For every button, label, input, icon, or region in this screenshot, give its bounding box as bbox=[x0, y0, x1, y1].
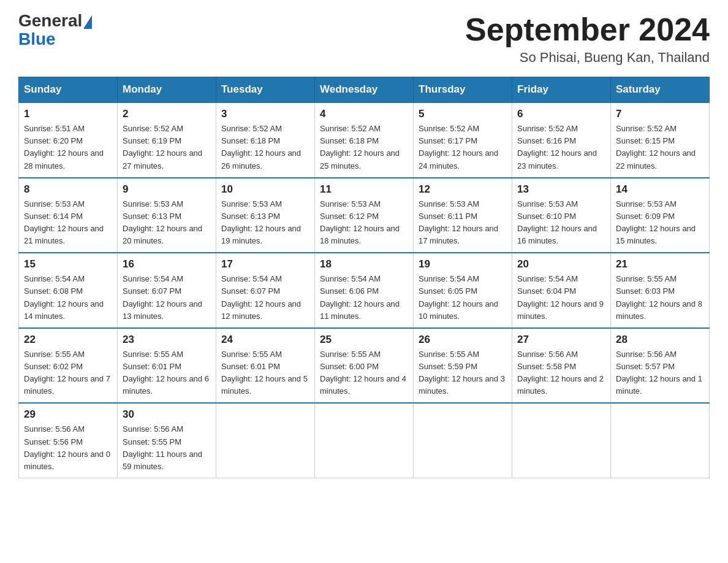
calendar-cell: 16 Sunrise: 5:54 AMSunset: 6:07 PMDaylig… bbox=[118, 253, 216, 328]
day-number: 5 bbox=[419, 108, 507, 120]
calendar-cell: 27 Sunrise: 5:56 AMSunset: 5:58 PMDaylig… bbox=[512, 328, 611, 404]
calendar-subtitle: So Phisai, Bueng Kan, Thailand bbox=[465, 50, 710, 66]
day-info: Sunrise: 5:55 AMSunset: 5:59 PMDaylight:… bbox=[419, 348, 507, 398]
day-number: 18 bbox=[320, 258, 408, 270]
calendar-cell bbox=[512, 403, 611, 478]
calendar-week-3: 15 Sunrise: 5:54 AMSunset: 6:08 PMDaylig… bbox=[19, 253, 710, 328]
calendar-week-1: 1 Sunrise: 5:51 AMSunset: 6:20 PMDayligh… bbox=[19, 102, 710, 178]
day-number: 17 bbox=[221, 258, 309, 270]
calendar-table: SundayMondayTuesdayWednesdayThursdayFrid… bbox=[18, 77, 710, 478]
header-sunday: Sunday bbox=[19, 77, 118, 103]
day-number: 29 bbox=[24, 408, 112, 421]
day-number: 25 bbox=[320, 334, 408, 346]
day-number: 7 bbox=[616, 108, 704, 120]
day-number: 11 bbox=[320, 183, 408, 196]
day-info: Sunrise: 5:52 AMSunset: 6:17 PMDaylight:… bbox=[419, 123, 507, 172]
calendar-cell bbox=[216, 403, 315, 478]
day-number: 2 bbox=[123, 108, 211, 120]
day-number: 20 bbox=[517, 258, 605, 270]
day-number: 14 bbox=[616, 183, 704, 196]
calendar-title: September 2024 bbox=[465, 12, 710, 47]
calendar-cell bbox=[315, 403, 414, 478]
calendar-cell: 14 Sunrise: 5:53 AMSunset: 6:09 PMDaylig… bbox=[611, 178, 710, 253]
day-info: Sunrise: 5:53 AMSunset: 6:13 PMDaylight:… bbox=[123, 198, 211, 248]
calendar-cell: 12 Sunrise: 5:53 AMSunset: 6:11 PMDaylig… bbox=[414, 178, 512, 253]
day-info: Sunrise: 5:54 AMSunset: 6:05 PMDaylight:… bbox=[419, 273, 507, 323]
day-number: 4 bbox=[320, 108, 408, 120]
calendar-cell: 11 Sunrise: 5:53 AMSunset: 6:12 PMDaylig… bbox=[315, 178, 414, 253]
header-tuesday: Tuesday bbox=[216, 77, 315, 103]
day-number: 21 bbox=[616, 258, 704, 270]
calendar-cell bbox=[414, 403, 512, 478]
calendar-week-4: 22 Sunrise: 5:55 AMSunset: 6:02 PMDaylig… bbox=[19, 328, 710, 404]
day-info: Sunrise: 5:56 AMSunset: 5:56 PMDaylight:… bbox=[24, 423, 112, 473]
calendar-cell: 8 Sunrise: 5:53 AMSunset: 6:14 PMDayligh… bbox=[19, 178, 118, 253]
day-info: Sunrise: 5:52 AMSunset: 6:18 PMDaylight:… bbox=[221, 123, 309, 172]
day-info: Sunrise: 5:53 AMSunset: 6:13 PMDaylight:… bbox=[221, 198, 309, 248]
logo: General Blue bbox=[18, 12, 93, 49]
calendar-cell: 15 Sunrise: 5:54 AMSunset: 6:08 PMDaylig… bbox=[19, 253, 118, 328]
calendar-week-2: 8 Sunrise: 5:53 AMSunset: 6:14 PMDayligh… bbox=[19, 178, 710, 253]
day-info: Sunrise: 5:53 AMSunset: 6:10 PMDaylight:… bbox=[517, 198, 605, 248]
day-info: Sunrise: 5:52 AMSunset: 6:15 PMDaylight:… bbox=[616, 123, 704, 172]
calendar-cell: 10 Sunrise: 5:53 AMSunset: 6:13 PMDaylig… bbox=[216, 178, 315, 253]
day-number: 8 bbox=[24, 183, 112, 196]
day-number: 10 bbox=[221, 183, 309, 196]
day-number: 24 bbox=[221, 334, 309, 346]
calendar-cell: 5 Sunrise: 5:52 AMSunset: 6:17 PMDayligh… bbox=[414, 102, 512, 178]
calendar-cell: 1 Sunrise: 5:51 AMSunset: 6:20 PMDayligh… bbox=[19, 102, 118, 178]
logo-triangle-icon bbox=[83, 15, 92, 29]
day-info: Sunrise: 5:53 AMSunset: 6:14 PMDaylight:… bbox=[24, 198, 112, 248]
day-info: Sunrise: 5:53 AMSunset: 6:09 PMDaylight:… bbox=[616, 198, 704, 248]
logo-general-text: General bbox=[18, 12, 82, 29]
day-number: 23 bbox=[123, 334, 211, 346]
day-info: Sunrise: 5:55 AMSunset: 6:03 PMDaylight:… bbox=[616, 273, 704, 323]
day-info: Sunrise: 5:56 AMSunset: 5:55 PMDaylight:… bbox=[123, 423, 211, 473]
day-info: Sunrise: 5:53 AMSunset: 6:12 PMDaylight:… bbox=[320, 198, 408, 248]
day-number: 30 bbox=[123, 408, 211, 421]
day-info: Sunrise: 5:53 AMSunset: 6:11 PMDaylight:… bbox=[419, 198, 507, 248]
day-number: 28 bbox=[616, 334, 704, 346]
day-info: Sunrise: 5:52 AMSunset: 6:19 PMDaylight:… bbox=[123, 123, 211, 172]
day-number: 22 bbox=[24, 334, 112, 346]
day-info: Sunrise: 5:51 AMSunset: 6:20 PMDaylight:… bbox=[24, 123, 112, 172]
calendar-cell: 3 Sunrise: 5:52 AMSunset: 6:18 PMDayligh… bbox=[216, 102, 315, 178]
day-number: 1 bbox=[24, 108, 112, 120]
day-info: Sunrise: 5:55 AMSunset: 6:02 PMDaylight:… bbox=[24, 348, 112, 398]
day-info: Sunrise: 5:54 AMSunset: 6:06 PMDaylight:… bbox=[320, 273, 408, 323]
day-number: 26 bbox=[419, 334, 507, 346]
calendar-cell: 25 Sunrise: 5:55 AMSunset: 6:00 PMDaylig… bbox=[315, 328, 414, 404]
day-info: Sunrise: 5:56 AMSunset: 5:58 PMDaylight:… bbox=[517, 348, 605, 398]
calendar-cell: 26 Sunrise: 5:55 AMSunset: 5:59 PMDaylig… bbox=[414, 328, 512, 404]
calendar-cell: 29 Sunrise: 5:56 AMSunset: 5:56 PMDaylig… bbox=[19, 403, 118, 478]
calendar-cell: 24 Sunrise: 5:55 AMSunset: 6:01 PMDaylig… bbox=[216, 328, 315, 404]
calendar-cell: 6 Sunrise: 5:52 AMSunset: 6:16 PMDayligh… bbox=[512, 102, 611, 178]
day-info: Sunrise: 5:54 AMSunset: 6:04 PMDaylight:… bbox=[517, 273, 605, 323]
day-number: 3 bbox=[221, 108, 309, 120]
logo-blue-text: Blue bbox=[18, 29, 56, 49]
day-info: Sunrise: 5:52 AMSunset: 6:16 PMDaylight:… bbox=[517, 123, 605, 172]
day-number: 27 bbox=[517, 334, 605, 346]
header-row: SundayMondayTuesdayWednesdayThursdayFrid… bbox=[19, 77, 710, 103]
day-number: 9 bbox=[123, 183, 211, 196]
calendar-cell: 21 Sunrise: 5:55 AMSunset: 6:03 PMDaylig… bbox=[611, 253, 710, 328]
calendar-cell: 17 Sunrise: 5:54 AMSunset: 6:07 PMDaylig… bbox=[216, 253, 315, 328]
day-info: Sunrise: 5:55 AMSunset: 6:01 PMDaylight:… bbox=[123, 348, 211, 398]
calendar-cell: 20 Sunrise: 5:54 AMSunset: 6:04 PMDaylig… bbox=[512, 253, 611, 328]
day-number: 15 bbox=[24, 258, 112, 270]
calendar-cell: 22 Sunrise: 5:55 AMSunset: 6:02 PMDaylig… bbox=[19, 328, 118, 404]
calendar-cell: 9 Sunrise: 5:53 AMSunset: 6:13 PMDayligh… bbox=[118, 178, 216, 253]
day-number: 13 bbox=[517, 183, 605, 196]
calendar-cell bbox=[611, 403, 710, 478]
day-info: Sunrise: 5:52 AMSunset: 6:18 PMDaylight:… bbox=[320, 123, 408, 172]
calendar-cell: 18 Sunrise: 5:54 AMSunset: 6:06 PMDaylig… bbox=[315, 253, 414, 328]
calendar-cell: 4 Sunrise: 5:52 AMSunset: 6:18 PMDayligh… bbox=[315, 102, 414, 178]
day-number: 12 bbox=[419, 183, 507, 196]
calendar-week-5: 29 Sunrise: 5:56 AMSunset: 5:56 PMDaylig… bbox=[19, 403, 710, 478]
header-monday: Monday bbox=[118, 77, 216, 103]
day-info: Sunrise: 5:54 AMSunset: 6:08 PMDaylight:… bbox=[24, 273, 112, 323]
header-wednesday: Wednesday bbox=[315, 77, 414, 103]
calendar-cell: 23 Sunrise: 5:55 AMSunset: 6:01 PMDaylig… bbox=[118, 328, 216, 404]
title-block: September 2024 So Phisai, Bueng Kan, Tha… bbox=[465, 12, 710, 66]
day-number: 16 bbox=[123, 258, 211, 270]
